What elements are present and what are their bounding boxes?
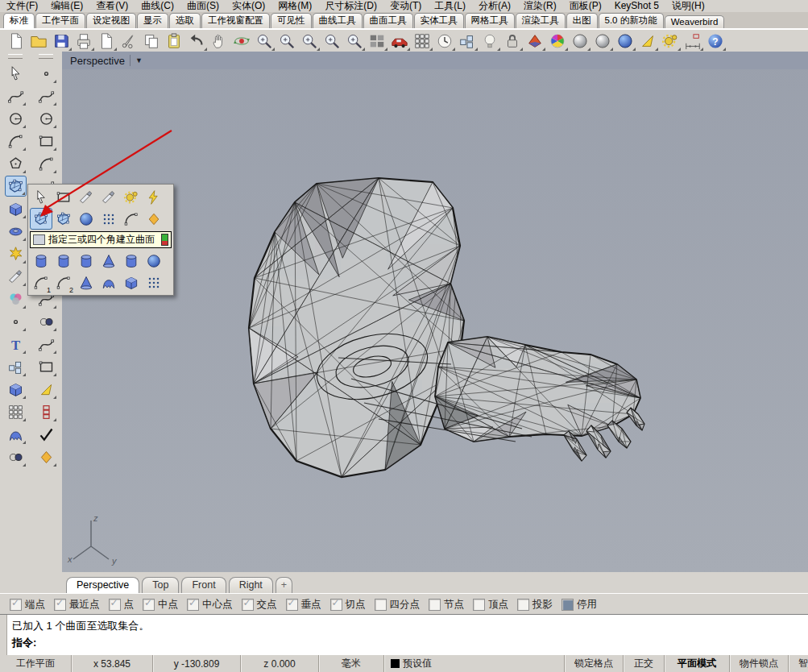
mirror-icon[interactable] xyxy=(35,379,57,400)
osnap-item-6[interactable]: 垂点 xyxy=(286,598,321,612)
flyout-extrude-capped-icon[interactable] xyxy=(75,250,97,272)
toolbar-tab-12[interactable]: 出图 xyxy=(566,13,598,28)
toolbar-tab-1[interactable]: 工作平面 xyxy=(35,13,85,28)
osnap-item-3[interactable]: 中点 xyxy=(143,598,178,612)
statusbar-toggle-2[interactable]: 平面模式 xyxy=(665,655,730,672)
menu-item-3[interactable]: 曲线(C) xyxy=(135,0,180,12)
dimension-icon[interactable] xyxy=(682,31,704,52)
toolbar-tab-14[interactable]: Weaverbird xyxy=(665,15,725,28)
viewport-layout-icon[interactable] xyxy=(366,31,388,52)
osnap-checkbox-2[interactable] xyxy=(109,599,121,611)
dock-grip[interactable] xyxy=(39,54,53,59)
osnap-checkbox-7[interactable] xyxy=(330,599,342,611)
pan-icon[interactable] xyxy=(208,31,230,52)
block-icon[interactable] xyxy=(5,356,27,377)
circle-icon[interactable] xyxy=(5,108,27,129)
osnap-item-2[interactable]: 点 xyxy=(109,598,135,612)
zoom-window-icon[interactable] xyxy=(276,31,298,52)
visibility-icon[interactable] xyxy=(35,311,57,332)
osnap-checkbox-0[interactable] xyxy=(10,599,22,611)
undo-view-change-icon[interactable] xyxy=(343,31,366,52)
polygon-icon[interactable] xyxy=(5,153,27,174)
osnap-item-9[interactable]: 节点 xyxy=(429,598,464,612)
options-gear-icon[interactable] xyxy=(659,31,682,52)
menu-item-12[interactable]: 面板(P) xyxy=(563,0,608,12)
menu-item-14[interactable]: 说明(H) xyxy=(665,0,711,12)
menu-item-10[interactable]: 分析(A) xyxy=(472,0,517,12)
toolbar-tab-2[interactable]: 设定视图 xyxy=(86,13,136,28)
shaded-viewport-icon[interactable] xyxy=(569,31,591,52)
undo-icon[interactable] xyxy=(185,31,208,52)
zoom-selected-icon[interactable] xyxy=(321,31,343,52)
move-point-icon[interactable] xyxy=(35,356,57,377)
command-area[interactable]: 已加入 1 个曲面至选取集合。 指令: xyxy=(0,614,808,656)
command-prompt[interactable]: 指令: xyxy=(12,634,149,651)
lamp-icon[interactable] xyxy=(479,31,501,52)
arc-icon[interactable] xyxy=(5,131,27,151)
osnap-item-4[interactable]: 中心点 xyxy=(187,598,233,612)
osnap-item-11[interactable]: 投影 xyxy=(517,598,553,612)
menu-item-9[interactable]: 工具(L) xyxy=(428,0,472,12)
open-file-icon[interactable] xyxy=(27,31,50,52)
viewport-title-bar[interactable]: Perspective ▼ xyxy=(62,52,808,69)
toolbar-tab-10[interactable]: 网格工具 xyxy=(465,13,515,28)
toolbar-tab-4[interactable]: 选取 xyxy=(169,13,201,28)
flyout-blend-option-2-icon[interactable]: 2 xyxy=(52,272,75,293)
osnap-checkbox-9[interactable] xyxy=(429,599,441,611)
osnap-item-7[interactable]: 切点 xyxy=(330,598,366,612)
osnap-item-8[interactable]: 四分点 xyxy=(375,598,421,612)
statusbar-toggle-0[interactable]: 锁定格点 xyxy=(565,655,624,672)
flyout-edge-curves-icon[interactable] xyxy=(143,208,165,230)
toolbar-tab-9[interactable]: 实体工具 xyxy=(414,13,464,28)
select-pointer-icon[interactable] xyxy=(5,63,27,84)
add-viewport-tab-button[interactable]: + xyxy=(276,577,292,593)
flyout-blend-option-1-icon[interactable]: 1 xyxy=(30,272,52,293)
raytrace-viewport-icon[interactable] xyxy=(614,31,636,52)
paste-icon[interactable] xyxy=(163,31,185,52)
plugin-star-icon[interactable] xyxy=(5,243,27,264)
osnap-checkbox-5[interactable] xyxy=(242,599,254,611)
menu-item-1[interactable]: 编辑(E) xyxy=(44,0,89,12)
statusbar-layer[interactable]: 预设值 xyxy=(384,655,565,672)
color-wheel-icon[interactable] xyxy=(546,31,569,52)
save-icon[interactable] xyxy=(50,31,73,52)
menu-item-0[interactable]: 文件(F) xyxy=(0,0,44,12)
surface-from-corners-icon[interactable] xyxy=(5,176,27,197)
object-color-icon[interactable] xyxy=(5,288,27,309)
flyout-drape-icon[interactable] xyxy=(97,272,120,293)
flyout-surface-blend-icon[interactable] xyxy=(120,208,143,230)
flyout-pointcloud-icon[interactable] xyxy=(97,208,120,230)
osnap-checkbox-11[interactable] xyxy=(517,599,529,611)
object-properties-icon[interactable] xyxy=(456,31,479,52)
ellipse-icon[interactable] xyxy=(35,108,57,129)
flyout-surface-sphere-icon[interactable] xyxy=(75,208,97,230)
osnap-checkbox-3[interactable] xyxy=(143,599,155,611)
toolbar-tab-11[interactable]: 渲染工具 xyxy=(516,13,566,28)
osnap-checkbox-10[interactable] xyxy=(473,599,485,611)
viewport-canvas-mesh[interactable] xyxy=(62,69,808,572)
statusbar-units[interactable]: 毫米 xyxy=(319,655,384,672)
toolbar-tab-13[interactable]: 5.0 的新功能 xyxy=(599,13,664,28)
flyout-extrude-straight-icon[interactable] xyxy=(30,250,52,272)
toolbar-tab-3[interactable]: 显示 xyxy=(137,13,168,28)
point-edit-icon[interactable] xyxy=(5,311,27,332)
flyout-surface-3-4-corner-icon[interactable] xyxy=(30,208,52,230)
print-icon[interactable] xyxy=(73,31,95,52)
menu-item-7[interactable]: 尺寸标注(D) xyxy=(318,0,383,12)
flyout-fillet-surface-icon[interactable] xyxy=(75,186,97,208)
flyout-pointer-icon[interactable] xyxy=(30,186,52,208)
osnap-checkbox-1[interactable] xyxy=(54,599,66,611)
unroll-surface-icon[interactable] xyxy=(5,424,27,445)
osnap-item-10[interactable]: 顶点 xyxy=(473,598,508,612)
viewport-tab-front[interactable]: Front xyxy=(181,577,226,593)
flyout-extrude-along-curve-icon[interactable] xyxy=(120,250,143,272)
menu-item-11[interactable]: 渲染(R) xyxy=(517,0,563,12)
menu-item-2[interactable]: 查看(V) xyxy=(89,0,135,12)
array-icon[interactable] xyxy=(5,401,27,422)
statusbar-toggle-1[interactable]: 正交 xyxy=(624,655,665,672)
flyout-edge-tool-icon[interactable] xyxy=(52,186,75,208)
toolbar-tab-8[interactable]: 曲面工具 xyxy=(363,13,413,28)
chevron-down-icon[interactable]: ▼ xyxy=(135,56,143,64)
toolbar-tab-6[interactable]: 可见性 xyxy=(271,13,312,28)
dock-grip[interactable] xyxy=(8,54,23,59)
